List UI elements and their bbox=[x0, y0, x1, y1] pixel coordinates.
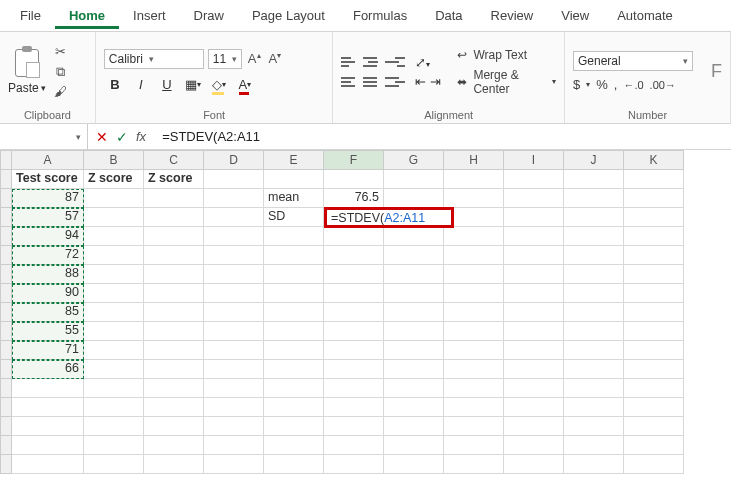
cell[interactable] bbox=[84, 436, 144, 455]
cell[interactable] bbox=[504, 227, 564, 246]
cell[interactable] bbox=[624, 170, 684, 189]
cell[interactable] bbox=[384, 341, 444, 360]
cell[interactable] bbox=[12, 417, 84, 436]
cell[interactable] bbox=[84, 341, 144, 360]
cell[interactable] bbox=[324, 341, 384, 360]
cell[interactable] bbox=[204, 284, 264, 303]
increase-indent-icon[interactable]: ⇥ bbox=[430, 74, 441, 89]
cell[interactable] bbox=[624, 322, 684, 341]
cell[interactable] bbox=[204, 246, 264, 265]
cell[interactable] bbox=[12, 379, 84, 398]
cell[interactable] bbox=[624, 360, 684, 379]
cell[interactable] bbox=[264, 284, 324, 303]
cell[interactable] bbox=[504, 436, 564, 455]
cell[interactable] bbox=[84, 227, 144, 246]
select-all-corner[interactable] bbox=[0, 150, 12, 170]
cell[interactable] bbox=[444, 322, 504, 341]
cell[interactable] bbox=[564, 208, 624, 227]
alignment-grid[interactable] bbox=[341, 53, 405, 91]
cell[interactable] bbox=[84, 417, 144, 436]
cell[interactable] bbox=[444, 246, 504, 265]
cell[interactable] bbox=[624, 246, 684, 265]
row-header[interactable] bbox=[0, 170, 12, 189]
cell[interactable] bbox=[264, 436, 324, 455]
tab-review[interactable]: Review bbox=[477, 2, 548, 29]
row-header[interactable] bbox=[0, 360, 12, 379]
cell[interactable] bbox=[204, 360, 264, 379]
tab-draw[interactable]: Draw bbox=[180, 2, 238, 29]
tab-page-layout[interactable]: Page Layout bbox=[238, 2, 339, 29]
cell[interactable] bbox=[444, 379, 504, 398]
cell[interactable] bbox=[144, 341, 204, 360]
cell[interactable] bbox=[564, 170, 624, 189]
cell[interactable] bbox=[84, 322, 144, 341]
tab-home[interactable]: Home bbox=[55, 2, 119, 29]
cell[interactable] bbox=[564, 284, 624, 303]
tab-automate[interactable]: Automate bbox=[603, 2, 687, 29]
col-header-j[interactable]: J bbox=[564, 150, 624, 170]
cell[interactable]: mean bbox=[264, 189, 324, 208]
cell[interactable] bbox=[144, 379, 204, 398]
cell[interactable] bbox=[504, 208, 564, 227]
row-header[interactable] bbox=[0, 208, 12, 227]
cell[interactable] bbox=[204, 417, 264, 436]
cell[interactable]: 55 bbox=[12, 322, 84, 341]
cell[interactable] bbox=[204, 208, 264, 227]
col-header-g[interactable]: G bbox=[384, 150, 444, 170]
cell[interactable] bbox=[384, 360, 444, 379]
cell[interactable] bbox=[564, 227, 624, 246]
cell[interactable] bbox=[504, 455, 564, 474]
cell[interactable] bbox=[204, 189, 264, 208]
number-format-dropdown[interactable]: General▾ bbox=[573, 51, 693, 71]
cell[interactable] bbox=[384, 303, 444, 322]
increase-decimal-icon[interactable]: ←.0 bbox=[623, 79, 643, 91]
cell[interactable] bbox=[12, 436, 84, 455]
cell[interactable] bbox=[504, 303, 564, 322]
percent-button[interactable]: % bbox=[596, 77, 608, 92]
row-header[interactable] bbox=[0, 246, 12, 265]
cell[interactable] bbox=[444, 436, 504, 455]
cell[interactable]: Z score bbox=[144, 170, 204, 189]
cell[interactable] bbox=[144, 455, 204, 474]
cell[interactable] bbox=[564, 189, 624, 208]
cell[interactable] bbox=[624, 227, 684, 246]
cell[interactable] bbox=[84, 265, 144, 284]
cell[interactable] bbox=[264, 322, 324, 341]
paste-button[interactable]: Paste▾ bbox=[8, 49, 46, 95]
cell[interactable] bbox=[324, 246, 384, 265]
cell[interactable] bbox=[144, 189, 204, 208]
cell[interactable] bbox=[624, 303, 684, 322]
cell[interactable] bbox=[204, 265, 264, 284]
cell[interactable] bbox=[144, 208, 204, 227]
cell[interactable] bbox=[384, 379, 444, 398]
cell[interactable] bbox=[384, 284, 444, 303]
col-header-h[interactable]: H bbox=[444, 150, 504, 170]
cell[interactable] bbox=[504, 322, 564, 341]
cell[interactable] bbox=[84, 284, 144, 303]
cell[interactable] bbox=[204, 379, 264, 398]
border-button[interactable]: ▦▾ bbox=[182, 75, 204, 95]
cell[interactable] bbox=[324, 379, 384, 398]
col-header-k[interactable]: K bbox=[624, 150, 684, 170]
cell[interactable] bbox=[264, 341, 324, 360]
formula-input[interactable]: =STDEV(A2:A11 bbox=[154, 129, 731, 144]
decrease-font-icon[interactable]: A▾ bbox=[267, 51, 284, 66]
row-header[interactable] bbox=[0, 379, 12, 398]
cell[interactable] bbox=[564, 417, 624, 436]
cell[interactable] bbox=[204, 436, 264, 455]
cell[interactable] bbox=[444, 303, 504, 322]
cell[interactable]: Z score bbox=[84, 170, 144, 189]
name-box[interactable]: ▾ bbox=[0, 124, 88, 149]
cell[interactable] bbox=[504, 360, 564, 379]
tab-data[interactable]: Data bbox=[421, 2, 476, 29]
cell[interactable] bbox=[84, 303, 144, 322]
row-header[interactable] bbox=[0, 455, 12, 474]
cell[interactable] bbox=[264, 455, 324, 474]
row-header[interactable] bbox=[0, 341, 12, 360]
cell[interactable] bbox=[444, 170, 504, 189]
cell[interactable] bbox=[504, 170, 564, 189]
cell[interactable] bbox=[324, 455, 384, 474]
merge-center-button[interactable]: ⬌Merge & Center▾ bbox=[457, 68, 556, 96]
cell[interactable] bbox=[264, 417, 324, 436]
cell[interactable]: 66 bbox=[12, 360, 84, 379]
